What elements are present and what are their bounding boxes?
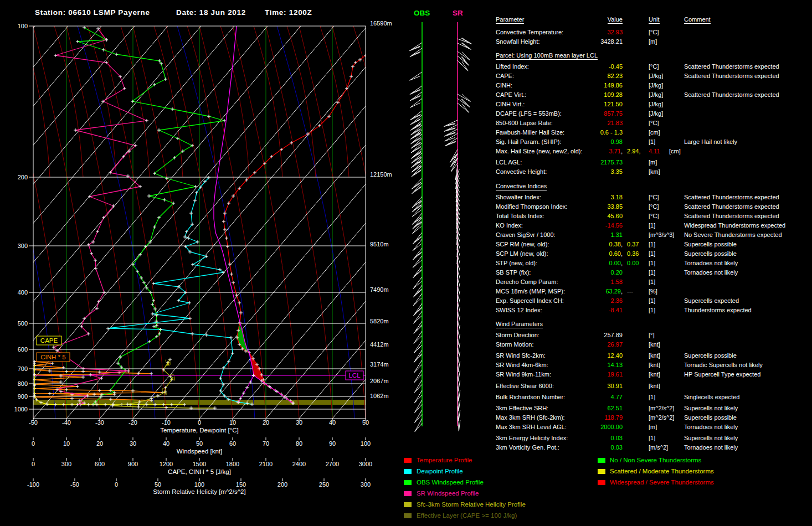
param-value: 62.51 (551, 405, 623, 411)
param-value: 0.00, (551, 260, 623, 266)
table-row: SB STP (fix):0.20[1]Tornadoes not likely (496, 269, 812, 276)
legend-label: Dewpoint Profile (417, 468, 463, 475)
param-comment: Singlecells expected (684, 394, 739, 400)
param-label: STP (new, old): (496, 260, 537, 266)
pressure-label: 600 (18, 346, 28, 353)
param-comment: Large Hail not likely (684, 138, 737, 145)
srh-tick-label: -50 (70, 481, 79, 488)
table-row: Snowfall Height:3428.21[m] (496, 38, 812, 45)
pressure-label: 300 (18, 243, 28, 249)
param-comment: Supercells possible (684, 241, 737, 247)
height-label: 7490m (370, 286, 389, 293)
temp-tick-label: 10 (229, 419, 236, 426)
param-value-2: 4.11 (649, 148, 660, 154)
param-unit: [km] (649, 168, 660, 175)
param-value: 109.28 (551, 91, 623, 98)
srh-tick-label: 250 (319, 481, 329, 488)
param-unit: [1] (649, 138, 655, 145)
pressure-label: 900 (18, 393, 28, 400)
table-row: ParameterValueUnitComment (496, 16, 812, 23)
param-value: 3.18 (551, 194, 623, 200)
table-row: SCP RM (new, old):0.38,0.37[1]Supercells… (496, 241, 812, 248)
cinh-label-text: CINH * 5 (40, 354, 65, 360)
param-label: SB STP (fix): (496, 269, 531, 276)
cape-tick-label: 3000 (359, 461, 372, 467)
table-row: Max 3km SRH Level AGL:2000.00[m]Tornadoe… (496, 424, 812, 431)
param-unit: [1] (649, 241, 655, 247)
legend-label: No / Non Severe Thunderstorms (610, 457, 701, 463)
table-row: 3km Effective SRH:62.51[m^2/s^2]Supercel… (496, 405, 812, 412)
legend-label: Widespread / Severe Thunderstorms (610, 479, 714, 486)
height-label: 2067m (370, 378, 389, 384)
cape-tick-label: 300 (61, 461, 71, 467)
srh-tick-label: 300 (361, 481, 371, 488)
temp-tick-label: 0 (198, 419, 201, 426)
wind-tick-label: 20 (96, 440, 103, 447)
param-comment: Widespread Thunderstorms expected (684, 222, 785, 229)
table-row: Effective Shear 6000:30.91[knt] (496, 383, 812, 390)
param-value: 0.38, (551, 241, 623, 247)
table-row: Derecho Comp Param:1.58[1] (496, 279, 812, 286)
param-label: 3km Vorticity Gen. Pot.: (496, 444, 559, 451)
param-unit: [°] (649, 332, 655, 338)
param-value: 3.71, (551, 148, 623, 154)
table-row: Convective Indices (496, 183, 812, 190)
pressure-label: 700 (18, 365, 28, 372)
table-row: CINH:149.86[J/kg] (496, 82, 812, 89)
param-value: 118.79 (551, 414, 623, 421)
param-label: Snowfall Height: (496, 38, 540, 45)
param-unit: [J/kg] (649, 91, 663, 98)
table-row: Convective Height:3.35[km] (496, 168, 812, 176)
obs-windspeed-profile (78, 28, 224, 405)
pressure-label: 800 (18, 380, 28, 387)
temp-tick-label: -10 (162, 419, 171, 426)
param-unit: [J/kg] (649, 101, 663, 107)
param-comment: Supercells not likely (684, 405, 738, 411)
svg-text:3: 3 (167, 361, 169, 366)
param-comment: Thunderstorms expected (684, 307, 752, 313)
param-label: Total Totals Index: (496, 213, 544, 219)
param-unit: [1] (649, 269, 655, 276)
table-row: Bulk Richardson Number:4.77[1]Singlecell… (496, 394, 812, 401)
param-value-2: 2.94, (627, 148, 640, 154)
cape-tick-label: 1200 (160, 461, 173, 467)
param-value: 82.23 (551, 73, 623, 79)
table-row: KO Index:-14.56[1]Widespread Thunderstor… (496, 222, 812, 229)
height-label: 12150m (370, 171, 392, 178)
cape-tick-label: 2400 (292, 461, 306, 467)
param-value: 4.77 (551, 394, 623, 400)
temp-tick-label: 20 (263, 419, 269, 426)
col-header: Parameter (496, 16, 524, 24)
param-comment: Scattered Thunderstorms expected (684, 203, 779, 210)
temp-tick-label: 50 (362, 419, 369, 426)
param-label: Storm Motion: (496, 341, 533, 348)
param-label: LCL AGL: (496, 159, 522, 166)
param-comment: Supercells possible (684, 352, 737, 359)
wind-tick-label: 80 (296, 440, 302, 447)
section-header: Convective Indices (496, 183, 547, 190)
param-value: 3428.21 (551, 38, 623, 45)
param-value: 45.60 (551, 213, 623, 219)
param-value: -0.45 (551, 63, 623, 70)
param-label: CAPE: (496, 73, 514, 79)
table-row: LCL AGL:2175.73[m] (496, 159, 812, 166)
table-row: CAPE Virt.:109.28[J/kg]Scattered Thunder… (496, 91, 812, 99)
legend-swatch (404, 502, 412, 507)
wind-tick-label: 10 (63, 440, 70, 447)
table-row: Fawbush-Miller Hail Size:0.6 - 1.3[cm] (496, 129, 812, 136)
col-header: Comment (684, 16, 711, 24)
param-value: 1.58 (551, 279, 623, 285)
param-value: 26.97 (551, 341, 623, 348)
section-header: Wind Parameters (496, 321, 543, 328)
pressure-label: 1000 (14, 406, 28, 412)
param-value: 12.40 (551, 352, 623, 359)
legend-label: Scattered / Moderate Thunderstorms (610, 468, 714, 475)
param-value: 63.29, (551, 288, 623, 295)
param-unit: [1] (649, 435, 655, 441)
table-row: SR Wind 4km-6km:14.13[knt]Tornadic Super… (496, 362, 812, 369)
cape-tick-label: 2700 (326, 461, 339, 467)
param-value: 857.75 (551, 110, 623, 117)
param-label: Convective Height: (496, 168, 547, 175)
pressure-label: 200 (18, 174, 28, 181)
param-value: 2000.00 (551, 424, 623, 430)
